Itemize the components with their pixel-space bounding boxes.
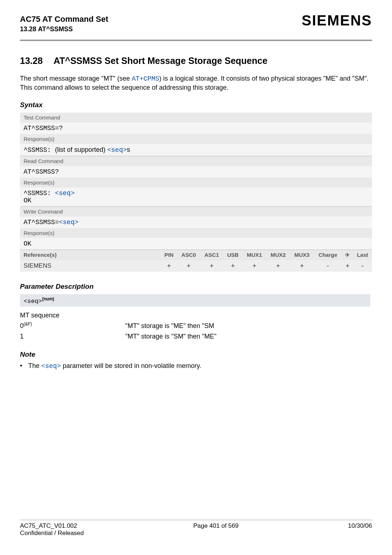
test-command-label: Test Command xyxy=(20,113,372,122)
param-key-0: 0(&F) xyxy=(20,321,125,331)
write-response-label: Response(s) xyxy=(20,228,372,238)
header-left: AC75 AT Command Set 13.28 AT^SSMSS xyxy=(20,15,108,33)
val-asc0: + xyxy=(177,260,200,272)
read-resp-param[interactable]: <seq> xyxy=(55,190,74,197)
param-tag: <seq>(num) xyxy=(20,294,370,307)
param-row-0: 0(&F) "MT" storage is "ME" then "SM xyxy=(20,321,372,331)
syntax-heading: Syntax xyxy=(20,101,372,109)
val-charge: - xyxy=(314,260,342,272)
note-param[interactable]: <seq> xyxy=(41,362,61,370)
val-usb: + xyxy=(223,260,242,272)
page-header: AC75 AT Command Set 13.28 AT^SSMSS SIEME… xyxy=(20,15,372,33)
note-text-1: The xyxy=(28,362,41,369)
param-description: MT sequence 0(&F) "MT" storage is "ME" t… xyxy=(20,310,372,341)
header-divider xyxy=(20,40,372,41)
val-mux3: + xyxy=(290,260,314,272)
parameter-heading: Parameter Description xyxy=(20,283,372,291)
val-mux2: + xyxy=(266,260,290,272)
param-val-0: "MT" storage is "ME" then "SM xyxy=(125,321,214,331)
test-command-code: AT^SSMSS=? xyxy=(20,122,372,134)
footer-left-block: AC75_ATC_V01.002 Confidential / Released xyxy=(20,522,84,537)
intro-text-1: The short message storage "MT" (see xyxy=(20,75,132,82)
test-resp-param[interactable]: <seq> xyxy=(107,146,127,154)
val-mux1: + xyxy=(242,260,266,272)
reference-header-row: Reference(s) PIN ASC0 ASC1 USB MUX1 MUX2… xyxy=(20,250,372,260)
col-airplane: ✈ xyxy=(342,250,353,260)
write-command-label: Write Command xyxy=(20,207,372,216)
col-asc1: ASC1 xyxy=(200,250,223,260)
col-mux3: MUX3 xyxy=(290,250,314,260)
doc-subtitle: 13.28 AT^SSMSS xyxy=(20,25,108,33)
col-charge: Charge xyxy=(314,250,342,260)
read-command-code: AT^SSMSS? xyxy=(20,166,372,178)
bullet-icon: • xyxy=(20,362,26,370)
siemens-logo: SIEMENS xyxy=(302,12,372,29)
write-cmd-prefix: AT^SSMSS= xyxy=(24,219,59,226)
param-key-0-sup: (&F) xyxy=(24,321,32,327)
note-heading: Note xyxy=(20,351,372,358)
val-pin: + xyxy=(161,260,177,272)
read-response-label: Response(s) xyxy=(20,178,372,187)
reference-table: Reference(s) PIN ASC0 ASC1 USB MUX1 MUX2… xyxy=(20,250,372,272)
intro-paragraph: The short message storage "MT" (see AT+C… xyxy=(20,74,372,92)
footer-divider xyxy=(20,520,372,520)
doc-title: AC75 AT Command Set xyxy=(20,15,108,24)
footer-center: Page 401 of 569 xyxy=(193,522,238,537)
param-row-1: 1 "MT" storage is "SM" then "ME" xyxy=(20,331,372,342)
syntax-block: Test Command AT^SSMSS=? Response(s) ^SSM… xyxy=(20,113,372,272)
val-last: - xyxy=(353,260,372,272)
param-key-0-base: 0 xyxy=(20,322,24,329)
param-tag-name: <seq> xyxy=(24,297,42,304)
col-last: Last xyxy=(353,250,372,260)
write-command-code: AT^SSMSS=<seq> xyxy=(20,216,372,228)
write-cmd-param[interactable]: <seq> xyxy=(59,219,78,226)
section-heading: 13.28AT^SSMSS Set Short Message Storage … xyxy=(20,56,372,66)
test-resp-suffix: s xyxy=(127,146,130,153)
col-mux1: MUX1 xyxy=(242,250,266,260)
section-number: 13.28 xyxy=(20,56,43,66)
col-mux2: MUX2 xyxy=(266,250,290,260)
reference-data-row: SIEMENS + + + + + + + - + - xyxy=(20,260,372,272)
param-tag-sup: (num) xyxy=(42,296,54,301)
footer-row: AC75_ATC_V01.002 Confidential / Released… xyxy=(20,522,372,537)
test-resp-prefix: ^SSMSS: xyxy=(24,146,55,154)
airplane-icon: ✈ xyxy=(345,252,350,258)
test-response-label: Response(s) xyxy=(20,134,372,144)
page-footer: AC75_ATC_V01.002 Confidential / Released… xyxy=(20,520,372,537)
param-key-1: 1 xyxy=(20,331,125,342)
col-asc0: ASC0 xyxy=(177,250,200,260)
section-title: AT^SSMSS Set Short Message Storage Seque… xyxy=(54,56,268,66)
val-airplane: + xyxy=(342,260,353,272)
read-command-label: Read Command xyxy=(20,156,372,166)
param-val-1: "MT" storage is "SM" then "ME" xyxy=(125,331,216,342)
read-resp-prefix: ^SSMSS: xyxy=(24,190,55,197)
note-text-2: parameter will be stored in non-volatile… xyxy=(61,362,201,369)
read-response-code: ^SSMSS: <seq> OK xyxy=(20,187,372,206)
footer-left: AC75_ATC_V01.002 xyxy=(20,522,84,530)
col-usb: USB xyxy=(223,250,242,260)
read-ok: OK xyxy=(24,197,32,204)
val-asc1: + xyxy=(200,260,223,272)
footer-left-2: Confidential / Released xyxy=(20,530,84,537)
test-response-code: ^SSMSS: (list of supported) <seq>s xyxy=(20,144,372,156)
test-resp-text: (list of supported) xyxy=(55,146,107,153)
footer-right: 10/30/06 xyxy=(348,522,372,537)
reference-name: SIEMENS xyxy=(20,260,161,272)
reference-label: Reference(s) xyxy=(20,250,161,260)
note-item: • The <seq> parameter will be stored in … xyxy=(20,362,372,370)
col-pin: PIN xyxy=(161,250,177,260)
write-ok: OK xyxy=(20,238,372,250)
param-desc-title: MT sequence xyxy=(20,310,372,321)
atcpms-link[interactable]: AT+CPMS xyxy=(132,75,159,82)
